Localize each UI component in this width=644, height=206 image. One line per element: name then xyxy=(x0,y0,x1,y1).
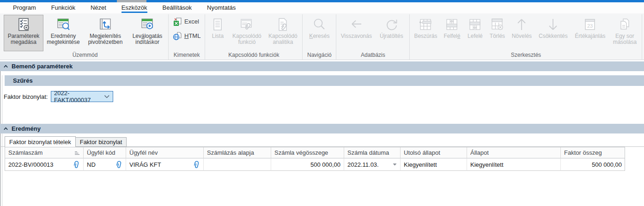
dropdown-arrow-icon[interactable] xyxy=(393,163,397,166)
column-header-utolso-allapot[interactable]: Utolsó állapot xyxy=(401,147,467,158)
table-insert-icon xyxy=(418,17,433,32)
cell-ugyfel-kod[interactable]: ND xyxy=(84,158,126,171)
button-label: Visszavonás xyxy=(341,33,372,39)
sort-icon xyxy=(74,150,80,156)
tab-faktor-bizonylat[interactable]: Faktor bizonylat xyxy=(75,137,127,147)
ribbon-group-uzemmod: Paraméterek megadása Eredmény megtekinté… xyxy=(2,14,169,60)
button-label: Lefelé xyxy=(468,33,483,39)
ribbon-group-kimenetek: Excel HTML Kimenetek xyxy=(169,14,205,60)
button-label: Paraméterek megadása xyxy=(5,33,42,45)
move-up-button: Felfelé xyxy=(440,15,463,51)
ribbon-group-kapcsolodo-funkciok: Lista Kapcsolódó funkció xyxy=(205,14,303,60)
column-header-ugyfel-nev[interactable]: Ügyfél név xyxy=(126,147,204,158)
html-export-button[interactable]: HTML xyxy=(170,29,203,43)
button-label: Excel xyxy=(184,18,199,25)
attachment-icon[interactable] xyxy=(115,161,122,169)
list-page-icon xyxy=(210,17,225,32)
menu-item-nyomtatas[interactable]: Nyomtatás xyxy=(207,2,236,13)
ribbon-group-szerkesztes: Beszúrás Felfelé xyxy=(410,14,642,60)
column-header-ugyfel-kod[interactable]: Ügyfél kód xyxy=(84,147,126,158)
table-row[interactable]: 2022-BV/000013 ND VIRÁG KFT xyxy=(5,158,625,171)
column-header-szamla-datuma[interactable]: Számla dátuma xyxy=(344,147,401,158)
reload-button: Újratöltés xyxy=(375,15,407,51)
checklist-gear-icon xyxy=(16,17,31,32)
pivot-view-button[interactable]: Megjelenítés pivotnézetben xyxy=(83,15,128,51)
cell-szamlazas-alapja[interactable] xyxy=(204,158,271,171)
button-label: Lista xyxy=(212,33,224,39)
panel-inner-border xyxy=(2,75,2,206)
tab-faktor-bizonylat-tetelek[interactable]: Faktor bizonylat tételek xyxy=(5,136,76,147)
factor-document-label: Faktor bizonylat: xyxy=(4,93,48,100)
cell-szamla-datuma[interactable]: 2022.11.03. xyxy=(344,158,401,171)
delete-row-button: Törlés xyxy=(486,15,508,51)
attachment-icon[interactable] xyxy=(72,161,80,169)
menu-item-funkciok[interactable]: Funkciók xyxy=(51,2,75,13)
arrow-up-icon xyxy=(514,17,529,32)
button-label: Törlés xyxy=(490,33,505,39)
column-header-label: Állapot xyxy=(470,149,489,156)
ribbon-group-label: Szerkesztés xyxy=(411,52,640,60)
cell-value: VIRÁG KFT xyxy=(129,161,161,168)
cell-ugyfel-nev[interactable]: VIRÁG KFT xyxy=(126,158,204,171)
search-icon xyxy=(312,17,327,32)
column-header-faktor-osszeg[interactable]: Faktor összeg xyxy=(561,147,625,158)
arrow-down-icon xyxy=(546,17,560,32)
combobox-value: 2022-FAKT/000037 xyxy=(54,90,104,103)
table-magnifier-icon xyxy=(56,17,71,32)
result-tabs: Faktor bizonylat tételek Faktor bizonyla… xyxy=(5,136,127,147)
insert-row-button: Beszúrás xyxy=(412,15,439,51)
related-analytics-button: Kapcsolódó analitika xyxy=(265,15,300,51)
column-header-label: Számlázás alapja xyxy=(207,149,254,156)
input-parameters-header[interactable]: Bemenő paraméterek xyxy=(0,61,644,71)
column-header-szamla-vegosszege[interactable]: Számla végösszege xyxy=(271,147,344,158)
result-view-button[interactable]: Eredmény megtekintése xyxy=(44,15,82,51)
result-header[interactable]: Eredmény xyxy=(0,124,644,133)
increase-button: Növelés xyxy=(509,15,535,51)
cell-faktor-osszeg[interactable]: 500 000,00 xyxy=(561,158,625,171)
table-play-icon xyxy=(140,17,155,32)
menu-bar: Program Funkciók Nézet Eszközök Beállítá… xyxy=(0,2,644,13)
ribbon-toolbar: Paraméterek megadása Eredmény megtekinté… xyxy=(0,13,644,60)
cell-szamla-vegosszege[interactable]: 500 000,00 xyxy=(271,158,344,171)
column-header-label: Ügyfél kód xyxy=(87,149,115,156)
menu-item-beallitasok[interactable]: Beállítások xyxy=(163,2,192,13)
cell-utolso-allapot[interactable]: Kiegyenlített xyxy=(401,158,467,171)
run-on-start-button[interactable]: Leválogatás indításkor xyxy=(128,15,166,51)
excel-icon xyxy=(173,17,182,26)
button-label: Csökkentés xyxy=(539,33,568,39)
cell-szamlaszam[interactable]: 2022-BV/000013 xyxy=(5,158,84,171)
excel-export-button[interactable]: Excel xyxy=(170,14,203,29)
pivot-arrow-icon xyxy=(98,17,113,32)
table-move-up-icon xyxy=(444,17,459,32)
undo-button: Visszavonás xyxy=(338,15,374,51)
move-down-button: Lefelé xyxy=(464,15,486,51)
column-header-label: Utolsó állapot xyxy=(404,149,440,156)
ribbon-group-adatbazis: Visszavonás Újratöltés Adatbázis xyxy=(336,14,410,60)
search-button: Keresés xyxy=(304,15,334,51)
column-header-szamlazas-alapja[interactable]: Számlázás alapja xyxy=(204,147,271,158)
calendar-icon: 23 xyxy=(583,17,597,32)
table-delete-icon xyxy=(490,17,504,32)
table-header-row: Számlaszám Ügyfél kód Ügyfél név Számláz… xyxy=(5,147,625,158)
page-paperclip-icon xyxy=(275,17,290,32)
menu-item-nezet[interactable]: Nézet xyxy=(91,2,106,13)
button-label: Megjelenítés pivotnézetben xyxy=(85,33,126,45)
column-header-allapot[interactable]: Állapot xyxy=(467,147,561,158)
parameters-entry-button[interactable]: Paraméterek megadása xyxy=(4,15,43,51)
attachment-icon[interactable] xyxy=(192,161,200,169)
ribbon-group-label: Kimenetek xyxy=(170,52,203,60)
column-header-label: Számla dátuma xyxy=(347,149,389,156)
menu-item-eszkozok[interactable]: Eszközök xyxy=(122,2,147,13)
cell-allapot[interactable]: Kiegyenlített xyxy=(467,158,561,171)
column-header-szamlaszam[interactable]: Számlaszám xyxy=(5,147,84,158)
menu-item-program[interactable]: Program xyxy=(13,2,36,13)
factor-document-combobox[interactable]: 2022-FAKT/000037 xyxy=(51,91,113,102)
panel-left-border xyxy=(0,71,0,206)
button-label: Keresés xyxy=(309,33,329,39)
button-label: Felfelé xyxy=(444,33,460,39)
chevron-up-icon xyxy=(3,64,8,68)
invoice-table: Számlaszám Ügyfél kód Ügyfél név Számláz… xyxy=(5,147,625,171)
column-header-label: Számlaszám xyxy=(8,149,43,156)
copy-row-button: Egy sor másolása xyxy=(609,15,640,51)
section-title: Bemenő paraméterek xyxy=(12,63,73,70)
